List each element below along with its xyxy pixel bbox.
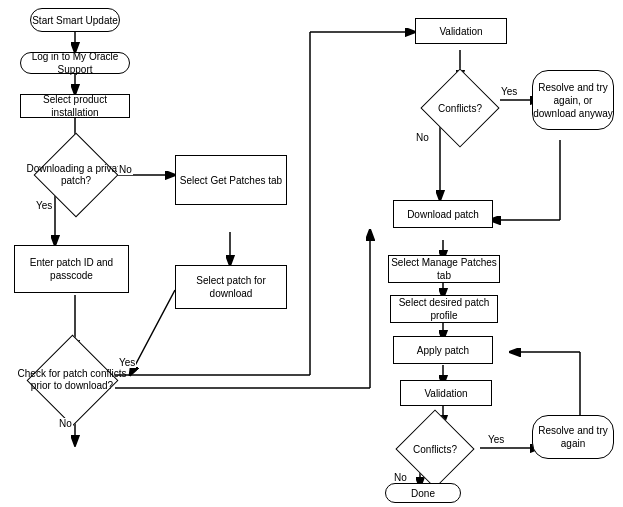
- select-manage-label: Select Manage Patches tab: [389, 256, 499, 282]
- download-patch-label: Download patch: [407, 208, 479, 221]
- apply-patch-shape: Apply patch: [393, 336, 493, 364]
- select-desired-shape: Select desired patch profile: [390, 295, 498, 323]
- done-shape: Done: [385, 483, 461, 503]
- no-label-check-conflicts: No: [58, 418, 73, 429]
- yes-label-downloading: Yes: [35, 200, 53, 211]
- yes-label-conflicts1: Yes: [500, 86, 518, 97]
- check-conflicts-label: Check for patch conflicts prior to downl…: [17, 368, 127, 392]
- select-manage-shape: Select Manage Patches tab: [388, 255, 500, 283]
- svg-line-8: [130, 290, 175, 375]
- no-label-conflicts1: No: [415, 132, 430, 143]
- select-patch-download-shape: Select patch for download: [175, 265, 287, 309]
- validation2-label: Validation: [424, 387, 467, 400]
- login-shape: Log in to My Oracle Support: [20, 52, 130, 74]
- apply-patch-label: Apply patch: [417, 344, 469, 357]
- validation2-shape: Validation: [400, 380, 492, 406]
- select-patch-download-label: Select patch for download: [176, 274, 286, 300]
- enter-patch-label: Enter patch ID and passcode: [15, 256, 128, 282]
- resolve1-shape: Resolve and try again, or download anywa…: [532, 70, 614, 130]
- download-patch-shape: Download patch: [393, 200, 493, 228]
- done-label: Done: [411, 487, 435, 500]
- no-label-conflicts2: No: [393, 472, 408, 483]
- start-shape: Start Smart Update: [30, 8, 120, 32]
- select-product-shape: Select product installation: [20, 94, 130, 118]
- downloading-label: Downloading a private patch?: [21, 163, 131, 188]
- select-product-label: Select product installation: [21, 93, 129, 119]
- flowchart: Start Smart Update Log in to My Oracle S…: [0, 0, 623, 507]
- conflicts1-label: Conflicts?: [406, 102, 514, 115]
- validation1-shape: Validation: [415, 18, 507, 44]
- yes-label-check-conflicts: Yes: [118, 357, 136, 368]
- conflicts2-label: Conflicts?: [381, 443, 489, 456]
- yes-label-conflicts2: Yes: [487, 434, 505, 445]
- resolve1-label: Resolve and try again, or download anywa…: [533, 81, 613, 120]
- enter-patch-shape: Enter patch ID and passcode: [14, 245, 129, 293]
- select-desired-label: Select desired patch profile: [391, 296, 497, 322]
- no-label-downloading: No: [118, 164, 133, 175]
- resolve2-shape: Resolve and try again: [532, 415, 614, 459]
- select-get-patches-shape: Select Get Patches tab: [175, 155, 287, 205]
- select-get-patches-label: Select Get Patches tab: [180, 174, 282, 187]
- resolve2-label: Resolve and try again: [533, 424, 613, 450]
- login-label: Log in to My Oracle Support: [21, 50, 129, 76]
- start-label: Start Smart Update: [32, 14, 118, 27]
- check-conflicts-diamond-wrapper: Check for patch conflicts prior to downl…: [14, 340, 130, 420]
- validation1-label: Validation: [439, 25, 482, 38]
